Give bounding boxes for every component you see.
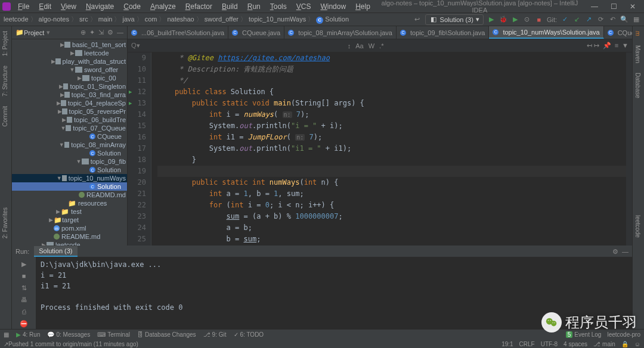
tree-item[interactable]: CSolution	[12, 182, 127, 191]
git-history-button[interactable]: ⟳	[596, 15, 605, 24]
stop-run-button[interactable]: ■	[19, 271, 29, 281]
match-case-icon[interactable]: ↕	[348, 42, 351, 49]
tree-item[interactable]: READMD.md	[12, 191, 127, 199]
crumb-src[interactable]: src	[79, 15, 98, 23]
project-tree[interactable]: ▶basic_01_ten_sort▶leetcode▶play_with_da…	[12, 39, 127, 246]
inspections-icon[interactable]: ☺	[634, 341, 640, 347]
tool-tab-project[interactable]: 1: Project	[0, 26, 10, 61]
search-icon[interactable]: Q▾	[131, 42, 140, 49]
tree-item[interactable]: README.md	[12, 232, 127, 241]
tool-tab-favorites[interactable]: 2: Favorites	[0, 203, 10, 243]
crumb-java[interactable]: java	[122, 15, 144, 23]
filter-icon[interactable]: ▼	[622, 42, 628, 49]
breadcrumb[interactable]: leetcodealgo-notessrcmainjavacomnateshao…	[4, 15, 349, 24]
tree-item[interactable]: ▼topic_07_CQueue	[12, 124, 127, 132]
tool-todo[interactable]: ✓6: TODO	[234, 331, 264, 338]
list-icon[interactable]: ≡	[615, 42, 618, 49]
tree-item[interactable]: ▶topic_01_Singleton	[12, 82, 127, 91]
tree-item[interactable]: ▶topic_06_buildTre	[12, 116, 127, 124]
git-rollback-button[interactable]: ↶	[608, 15, 617, 24]
run-config-selector[interactable]: ◧ Solution (3) ▾	[425, 14, 484, 25]
nav-icon[interactable]: ↤ ↦	[587, 42, 599, 49]
tree-item[interactable]: ▶basic_01_ten_sort	[12, 41, 127, 49]
crumb-Solution[interactable]: C Solution	[316, 15, 349, 23]
tool-git[interactable]: ⎇9: Git	[203, 331, 227, 338]
settings-icon[interactable]: ⚙	[107, 29, 113, 36]
leetcode-pro[interactable]: leetcode-pro	[607, 331, 640, 338]
menu-navigate[interactable]: Navigate	[82, 1, 117, 12]
git-push-button[interactable]: ↗	[584, 15, 593, 24]
crumb-com[interactable]: com	[145, 15, 168, 23]
tree-item[interactable]: ▼topic_08_minArray	[12, 141, 127, 149]
editor-tab[interactable]: C...06_buildTree\Solution.java	[128, 26, 228, 39]
tree-item[interactable]: ▼sword_offer	[12, 66, 127, 74]
search-button[interactable]: 🔍	[620, 15, 628, 24]
git-commit-button[interactable]: ↙	[572, 15, 581, 24]
menu-window[interactable]: Window	[317, 1, 349, 12]
menu-refactor[interactable]: Refactor	[182, 1, 216, 12]
editor-tab[interactable]: Ctopic_08_minArray\Solution.java	[284, 26, 397, 39]
editor-tab[interactable]: Ctopic_09_fib\Solution.java	[397, 26, 489, 39]
tool-tab-leetcode[interactable]: leetcode	[633, 210, 643, 243]
maximize-button[interactable]: ☐	[605, 2, 623, 11]
editor-tab[interactable]: CCQueue.java	[228, 26, 284, 39]
tool-run[interactable]: ▶4: Run	[16, 331, 40, 338]
menu-view[interactable]: View	[57, 1, 80, 12]
crumb-sword_offer[interactable]: sword_offer	[205, 15, 249, 23]
crumb-main[interactable]: main	[98, 15, 123, 23]
run-tab[interactable]: Solution (3)	[34, 246, 77, 257]
rerun-button[interactable]: ▶	[19, 259, 29, 269]
tool-tab-maven-m[interactable]: m	[633, 26, 643, 41]
back-button[interactable]: ↩	[413, 15, 422, 24]
tool-db-changes[interactable]: 🗄Database Changes	[137, 331, 196, 338]
git-branch[interactable]: ⎇ main	[593, 341, 615, 347]
hide-icon[interactable]: —	[117, 29, 123, 36]
run-button[interactable]: ▶	[487, 15, 496, 24]
tool-tab-maven[interactable]: Maven	[633, 41, 643, 68]
tree-item[interactable]: 📁resources	[12, 199, 127, 207]
pin-icon[interactable]: 📌	[603, 42, 611, 49]
menu-run[interactable]: Run	[244, 1, 264, 12]
event-log[interactable]: 5Event Log	[566, 331, 602, 338]
line-separator[interactable]: CRLF	[519, 341, 535, 347]
expand-icon[interactable]: ✦	[89, 29, 95, 36]
dropdown-icon[interactable]: ▾	[47, 29, 50, 36]
tree-item[interactable]: CCQueue	[12, 132, 127, 141]
exit-button[interactable]: ⛔	[19, 319, 29, 328]
file-encoding[interactable]: UTF-8	[541, 341, 558, 347]
crumb-nateshao[interactable]: nateshao	[167, 15, 204, 23]
tool-tab-structure[interactable]: 7: Structure	[0, 61, 10, 101]
stop-button[interactable]: ■	[535, 15, 543, 24]
tool-tab-commit[interactable]: Commit	[0, 101, 10, 131]
settings-button[interactable]: ▦	[632, 15, 640, 24]
tree-item[interactable]: ▶topic_03_find_arra	[12, 91, 127, 99]
indent-info[interactable]: 4 spaces	[564, 341, 587, 347]
profile-button[interactable]: ⊙	[523, 15, 531, 24]
tree-item[interactable]: ▶📁target	[12, 216, 127, 224]
dump-button[interactable]: ⎙	[19, 307, 29, 316]
git-update-button[interactable]: ✓	[561, 15, 569, 24]
tree-item[interactable]: ▶play_with_data_struct	[12, 57, 127, 66]
tool-messages[interactable]: 💬0: Messages	[47, 331, 90, 338]
menu-code[interactable]: Code	[120, 1, 144, 12]
collapse-icon[interactable]: ⇲	[98, 29, 104, 36]
select-opened-icon[interactable]: ⊕	[80, 29, 86, 36]
menu-help[interactable]: Help	[352, 1, 374, 12]
run-settings-icon[interactable]: ⚙	[612, 248, 618, 256]
lock-icon[interactable]: 🔒	[621, 341, 628, 347]
menu-file[interactable]: File	[14, 1, 33, 12]
run-hide-icon[interactable]: —	[622, 248, 628, 256]
error-stripe[interactable]	[626, 52, 632, 246]
menu-edit[interactable]: Edit	[35, 1, 55, 12]
tree-item[interactable]: ▶topic_04_replaceSp	[12, 99, 127, 107]
print-button[interactable]: 🖶	[19, 295, 29, 304]
editor-gutter[interactable]: 91011▶12▶1314151617181920212223242526	[128, 52, 151, 246]
crumb-topic_10_numWays[interactable]: topic_10_numWays	[249, 15, 316, 23]
editor-tab[interactable]: Ctopic_10_numWays\Solution.java	[489, 26, 603, 39]
bottom-menu-icon[interactable]: ▦	[4, 331, 9, 338]
crumb-leetcode[interactable]: leetcode	[4, 15, 39, 23]
minimize-button[interactable]: —	[586, 2, 603, 11]
case-icon[interactable]: Aa	[355, 42, 363, 49]
tree-item[interactable]: mpom.xml	[12, 224, 127, 232]
code-area[interactable]: * @Gitee https://gitee.com/nateshao * De…	[151, 52, 632, 246]
